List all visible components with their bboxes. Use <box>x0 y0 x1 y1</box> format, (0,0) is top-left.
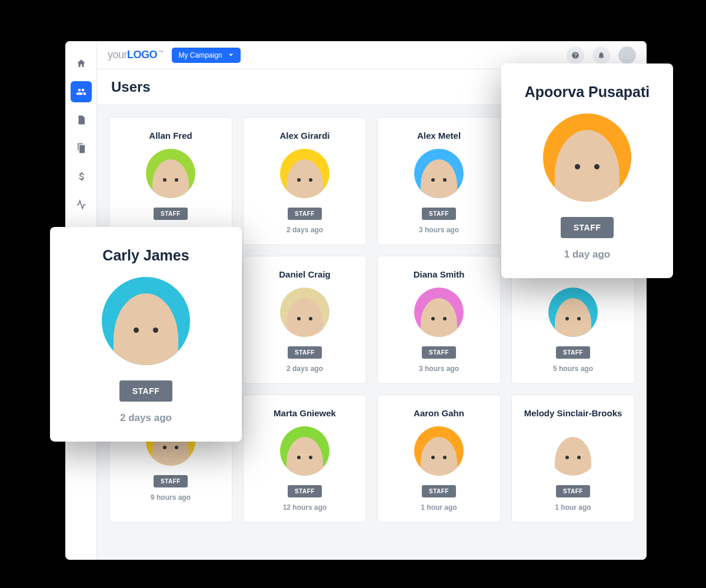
bell-icon <box>597 51 605 59</box>
user-name: Melody Sinclair-Brooks <box>524 408 622 418</box>
staff-badge: STAFF <box>556 485 590 497</box>
user-timestamp: 1 hour ago <box>421 503 457 512</box>
users-icon <box>76 86 86 97</box>
sidebar-item-files[interactable] <box>71 138 92 159</box>
user-card[interactable]: Melody Sinclair-BrooksSTAFF1 hour ago <box>511 395 635 523</box>
staff-badge: STAFF <box>561 217 614 238</box>
user-name: Marta Gniewek <box>274 408 336 418</box>
user-avatar <box>102 277 190 365</box>
user-timestamp: 2 days ago <box>287 365 323 373</box>
user-name: Aaron Gahn <box>414 408 464 418</box>
document-icon <box>76 115 86 125</box>
user-avatar <box>548 426 598 476</box>
user-name: Diana Smith <box>414 269 465 279</box>
user-timestamp: 2 days ago <box>287 226 323 234</box>
campaign-label: My Campaign <box>179 51 222 59</box>
user-avatar <box>280 288 329 337</box>
user-avatar <box>146 149 195 198</box>
sidebar-item-billing[interactable] <box>71 166 92 187</box>
user-timestamp: 3 hours ago <box>419 365 459 373</box>
staff-badge: STAFF <box>154 208 188 220</box>
user-card[interactable]: Aaron GahnSTAFF1 hour ago <box>377 395 501 523</box>
user-avatar <box>280 426 329 476</box>
user-card-popout[interactable]: Apoorva Pusapati STAFF 1 day ago <box>501 64 673 278</box>
staff-badge: STAFF <box>154 475 188 487</box>
chevron-down-icon <box>228 52 234 58</box>
question-icon <box>571 51 580 59</box>
staff-badge: STAFF <box>422 208 456 220</box>
user-timestamp: 1 hour ago <box>555 503 591 512</box>
user-card[interactable]: Alex MetelSTAFF3 hours ago <box>377 117 501 245</box>
user-timestamp: 2 days ago <box>120 412 172 424</box>
user-timestamp: 5 hours ago <box>553 365 593 373</box>
user-card[interactable]: Allan FredSTAFF <box>109 117 232 245</box>
staff-badge: STAFF <box>288 346 322 359</box>
user-avatar <box>548 288 598 337</box>
profile-avatar[interactable] <box>618 46 636 64</box>
staff-badge: STAFF <box>422 346 456 359</box>
user-card-popout[interactable]: Carly James STAFF 2 days ago <box>50 227 242 442</box>
user-timestamp: 1 day ago <box>564 249 610 260</box>
user-card[interactable]: Diana SmithSTAFF3 hours ago <box>377 256 501 384</box>
user-avatar <box>280 149 329 198</box>
user-name: Alex Metel <box>417 131 461 141</box>
user-avatar <box>414 426 464 476</box>
notifications-button[interactable] <box>592 46 610 64</box>
user-card[interactable]: Marta GniewekSTAFF12 hours ago <box>243 395 367 523</box>
user-avatar <box>414 149 464 198</box>
user-name: Carly James <box>102 247 189 264</box>
campaign-dropdown[interactable]: My Campaign <box>172 48 241 63</box>
user-name: Alex Girardi <box>279 131 329 141</box>
sidebar-item-home[interactable] <box>71 53 92 74</box>
brand-tm: ™ <box>158 49 164 55</box>
user-name: Daniel Craig <box>279 269 331 279</box>
user-timestamp: 9 hours ago <box>151 493 191 502</box>
sidebar-item-reports[interactable] <box>71 109 92 131</box>
dollar-icon <box>76 171 86 182</box>
user-card[interactable]: Daniel CraigSTAFF2 days ago <box>243 256 367 384</box>
user-avatar <box>414 288 464 337</box>
staff-badge: STAFF <box>119 380 173 402</box>
home-icon <box>76 58 86 69</box>
sidebar-item-users[interactable] <box>71 81 92 102</box>
copy-icon <box>76 143 86 153</box>
staff-badge: STAFF <box>422 485 456 497</box>
user-name: Allan Fred <box>149 131 192 141</box>
user-card[interactable]: Alex GirardiSTAFF2 days ago <box>243 117 367 245</box>
staff-badge: STAFF <box>288 208 322 220</box>
brand-logo[interactable]: yourLOGO™ <box>108 49 164 61</box>
help-button[interactable] <box>567 46 584 64</box>
brand-prefix: your <box>108 49 127 61</box>
sidebar-item-activity[interactable] <box>71 194 92 215</box>
staff-badge: STAFF <box>556 346 590 359</box>
brand-main: LOGO <box>127 49 157 61</box>
activity-icon <box>76 199 86 210</box>
user-timestamp: 12 hours ago <box>283 503 327 512</box>
user-avatar <box>543 113 631 202</box>
user-name: Apoorva Pusapati <box>525 83 650 101</box>
user-timestamp: 3 hours ago <box>419 226 459 234</box>
staff-badge: STAFF <box>288 485 322 497</box>
